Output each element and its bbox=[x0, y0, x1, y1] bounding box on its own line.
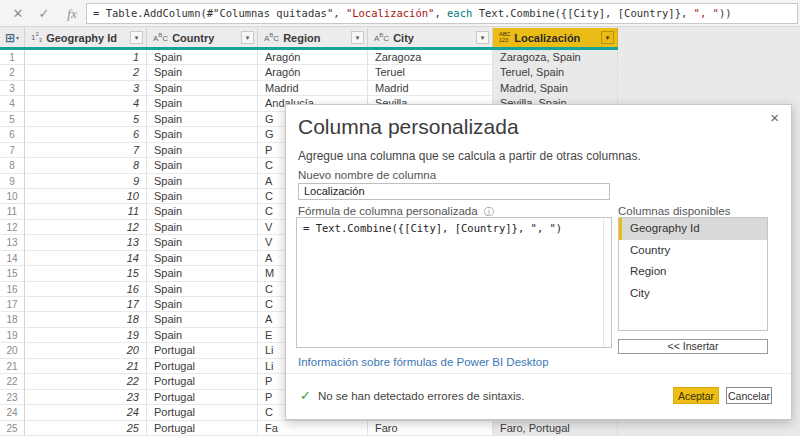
available-column-item[interactable]: Region bbox=[619, 261, 767, 283]
filter-dropdown-icon[interactable]: ▾ bbox=[476, 31, 489, 44]
row-number[interactable]: 18 bbox=[0, 312, 25, 327]
row-number[interactable]: 20 bbox=[0, 343, 25, 358]
discard-formula-icon[interactable]: ✕ bbox=[6, 0, 30, 27]
column-header-localizacion[interactable]: ABC123 Localización ▾ bbox=[493, 28, 618, 47]
filter-dropdown-icon[interactable]: ▾ bbox=[601, 31, 614, 44]
row-number[interactable]: 12 bbox=[0, 220, 25, 235]
available-column-item[interactable]: City bbox=[619, 283, 767, 305]
row-number[interactable]: 7 bbox=[0, 143, 25, 158]
cell-geo[interactable]: 19 bbox=[25, 328, 147, 343]
row-number[interactable]: 16 bbox=[0, 282, 25, 297]
cell-country[interactable]: Portugal bbox=[147, 421, 258, 436]
cell-city[interactable]: Teruel bbox=[368, 65, 493, 80]
cell-geo[interactable]: 8 bbox=[25, 158, 147, 173]
accept-button[interactable]: Aceptar bbox=[673, 387, 719, 404]
cell-geo[interactable]: 2 bbox=[25, 65, 147, 80]
formula-bar-input[interactable]: = Table.AddColumn(#"Columnas quitadas", … bbox=[86, 3, 798, 24]
filter-dropdown-icon[interactable]: ▾ bbox=[130, 31, 143, 44]
cell-geo[interactable]: 6 bbox=[25, 127, 147, 142]
cell-geo[interactable]: 16 bbox=[25, 282, 147, 297]
cell-loc[interactable]: Madrid, Spain bbox=[493, 81, 618, 96]
cell-country[interactable]: Spain bbox=[147, 266, 258, 281]
cell-country[interactable]: Spain bbox=[147, 235, 258, 250]
cell-region[interactable]: Aragón bbox=[258, 65, 368, 80]
row-number[interactable]: 11 bbox=[0, 204, 25, 219]
table-corner-button[interactable]: ⊞ ▾ bbox=[0, 28, 25, 47]
row-number[interactable]: 21 bbox=[0, 359, 25, 374]
filter-dropdown-icon[interactable]: ▾ bbox=[241, 31, 254, 44]
filter-dropdown-icon[interactable]: ▾ bbox=[351, 31, 364, 44]
column-header-city[interactable]: ABC City ▾ bbox=[368, 28, 493, 47]
cell-city[interactable]: Zaragoza bbox=[368, 50, 493, 65]
close-icon[interactable]: × bbox=[770, 110, 779, 125]
cell-city[interactable]: Madrid bbox=[368, 81, 493, 96]
row-number[interactable]: 17 bbox=[0, 297, 25, 312]
row-number[interactable]: 10 bbox=[0, 189, 25, 204]
cell-geo[interactable]: 4 bbox=[25, 96, 147, 111]
cell-country[interactable]: Spain bbox=[147, 127, 258, 142]
cell-country[interactable]: Spain bbox=[147, 50, 258, 65]
row-number[interactable]: 4 bbox=[0, 96, 25, 111]
cell-geo[interactable]: 21 bbox=[25, 359, 147, 374]
column-header-geography-id[interactable]: 123 Geography Id ▾ bbox=[25, 28, 147, 47]
cell-geo[interactable]: 23 bbox=[25, 390, 147, 405]
row-number[interactable]: 25 bbox=[0, 421, 25, 436]
cell-geo[interactable]: 1 bbox=[25, 50, 147, 65]
row-number[interactable]: 13 bbox=[0, 235, 25, 250]
cell-country[interactable]: Spain bbox=[147, 96, 258, 111]
cell-loc[interactable]: Teruel, Spain bbox=[493, 65, 618, 80]
cell-region[interactable]: Madrid bbox=[258, 81, 368, 96]
cell-geo[interactable]: 24 bbox=[25, 405, 147, 420]
cell-country[interactable]: Portugal bbox=[147, 359, 258, 374]
cell-country[interactable]: Portugal bbox=[147, 374, 258, 389]
cell-geo[interactable]: 14 bbox=[25, 251, 147, 266]
available-column-item[interactable]: Country bbox=[619, 240, 767, 262]
cell-country[interactable]: Spain bbox=[147, 143, 258, 158]
cell-geo[interactable]: 7 bbox=[25, 143, 147, 158]
cell-country[interactable]: Spain bbox=[147, 189, 258, 204]
row-number[interactable]: 23 bbox=[0, 390, 25, 405]
cell-country[interactable]: Spain bbox=[147, 328, 258, 343]
cell-country[interactable]: Portugal bbox=[147, 343, 258, 358]
cell-geo[interactable]: 9 bbox=[25, 174, 147, 189]
row-number[interactable]: 1 bbox=[0, 50, 25, 65]
cell-country[interactable]: Spain bbox=[147, 112, 258, 127]
cell-geo[interactable]: 15 bbox=[25, 266, 147, 281]
row-number[interactable]: 2 bbox=[0, 65, 25, 80]
cell-country[interactable]: Spain bbox=[147, 174, 258, 189]
row-number[interactable]: 22 bbox=[0, 374, 25, 389]
row-number[interactable]: 6 bbox=[0, 127, 25, 142]
cell-geo[interactable]: 13 bbox=[25, 235, 147, 250]
cell-country[interactable]: Portugal bbox=[147, 405, 258, 420]
cell-country[interactable]: Spain bbox=[147, 81, 258, 96]
cell-geo[interactable]: 12 bbox=[25, 220, 147, 235]
cancel-button[interactable]: Cancelar bbox=[726, 387, 772, 404]
cell-geo[interactable]: 10 bbox=[25, 189, 147, 204]
available-column-item[interactable]: Geography Id bbox=[619, 218, 767, 240]
cell-geo[interactable]: 22 bbox=[25, 374, 147, 389]
row-number[interactable]: 3 bbox=[0, 81, 25, 96]
cell-region[interactable]: Fa bbox=[258, 421, 368, 436]
column-header-country[interactable]: ABC Country ▾ bbox=[147, 28, 258, 47]
formula-scrollbar[interactable] bbox=[603, 218, 611, 347]
row-number[interactable]: 9 bbox=[0, 174, 25, 189]
row-number[interactable]: 5 bbox=[0, 112, 25, 127]
insert-button[interactable]: << Insertar bbox=[618, 339, 768, 354]
formula-help-link[interactable]: Información sobre fórmulas de Power BI D… bbox=[298, 356, 549, 368]
cell-geo[interactable]: 20 bbox=[25, 343, 147, 358]
cell-country[interactable]: Spain bbox=[147, 220, 258, 235]
row-number[interactable]: 24 bbox=[0, 405, 25, 420]
cell-country[interactable]: Spain bbox=[147, 204, 258, 219]
cell-loc[interactable]: Faro, Portugal bbox=[493, 421, 618, 436]
cell-geo[interactable]: 17 bbox=[25, 297, 147, 312]
row-number[interactable]: 8 bbox=[0, 158, 25, 173]
cell-country[interactable]: Spain bbox=[147, 251, 258, 266]
cell-loc[interactable]: Zaragoza, Spain bbox=[493, 50, 618, 65]
column-header-region[interactable]: ABC Region ▾ bbox=[258, 28, 368, 47]
cell-country[interactable]: Portugal bbox=[147, 390, 258, 405]
cell-region[interactable]: Aragón bbox=[258, 50, 368, 65]
cell-country[interactable]: Spain bbox=[147, 158, 258, 173]
row-number[interactable]: 19 bbox=[0, 328, 25, 343]
cell-geo[interactable]: 11 bbox=[25, 204, 147, 219]
row-number[interactable]: 14 bbox=[0, 251, 25, 266]
